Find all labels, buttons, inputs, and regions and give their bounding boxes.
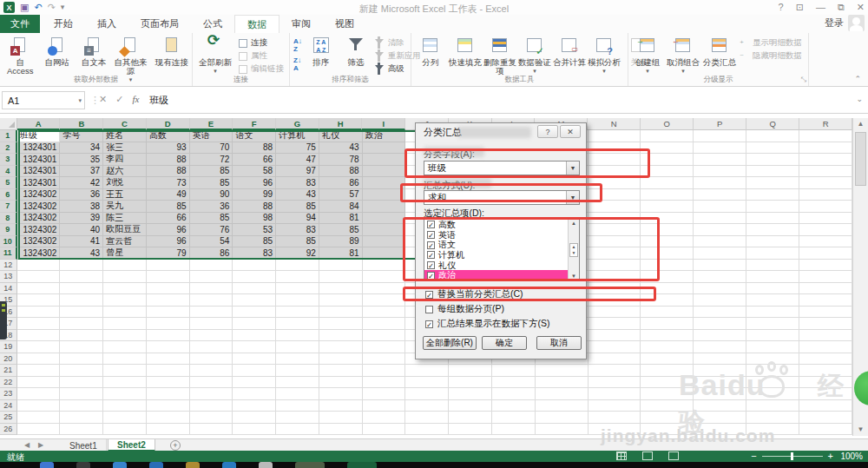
cell-G2[interactable]: 75: [276, 142, 319, 155]
cell-F2[interactable]: 88: [233, 142, 276, 155]
tab-view[interactable]: 视图: [323, 15, 366, 33]
cell-N24[interactable]: [589, 400, 641, 412]
cell-R10[interactable]: [799, 236, 852, 248]
cell-A26[interactable]: [17, 424, 61, 436]
cell-C12[interactable]: [103, 260, 147, 272]
tab-review[interactable]: 审阅: [279, 15, 323, 33]
cell-D17[interactable]: [147, 318, 190, 330]
tab-data[interactable]: 数据: [234, 15, 279, 33]
restore-icon[interactable]: ⧉: [838, 2, 845, 13]
cell-E6[interactable]: 90: [190, 189, 233, 201]
cell-F10[interactable]: 85: [233, 236, 276, 248]
row-header-3[interactable]: 3: [0, 154, 17, 166]
taskbar-app-icon[interactable]: [222, 462, 236, 468]
cell-P18[interactable]: [694, 330, 746, 342]
cell-G6[interactable]: 43: [276, 189, 319, 201]
list-scroll-up-icon[interactable]: ▲: [569, 221, 579, 226]
cell-H17[interactable]: [319, 318, 363, 330]
cell-R9[interactable]: [799, 224, 852, 236]
cell-B16[interactable]: [60, 307, 103, 319]
cell-P1[interactable]: [694, 130, 746, 142]
cell-R13[interactable]: [799, 271, 852, 283]
cell-N11[interactable]: [589, 247, 641, 260]
cell-H19[interactable]: [319, 341, 363, 353]
cell-B25[interactable]: [60, 412, 103, 424]
cell-G18[interactable]: [276, 330, 319, 342]
cell-B20[interactable]: [60, 353, 103, 366]
cell-E24[interactable]: [190, 400, 233, 412]
cell-O11[interactable]: [641, 247, 694, 260]
cell-I6[interactable]: [363, 189, 406, 201]
cell-D1[interactable]: 高数: [147, 130, 190, 142]
group-button[interactable]: → 创建组▾: [630, 35, 665, 76]
cell-N12[interactable]: [589, 260, 641, 272]
cell-C8[interactable]: 陈三: [103, 213, 147, 225]
cell-A24[interactable]: [17, 400, 61, 412]
cell-O20[interactable]: [641, 353, 694, 366]
cell-E20[interactable]: [190, 353, 233, 366]
sheet-nav-left-icon[interactable]: ◀: [24, 441, 30, 449]
cell-O6[interactable]: [641, 189, 694, 201]
cell-L24[interactable]: [492, 400, 536, 412]
cell-E19[interactable]: [190, 341, 233, 353]
taskbar-app-icon[interactable]: [149, 462, 163, 468]
cell-O10[interactable]: [641, 236, 694, 248]
delete-all-button[interactable]: 全部删除(R): [423, 336, 477, 350]
cell-I23[interactable]: [363, 388, 406, 400]
cell-H5[interactable]: 86: [319, 177, 363, 189]
cell-I24[interactable]: [363, 400, 406, 412]
cell-R19[interactable]: [799, 341, 852, 353]
cell-H26[interactable]: [319, 424, 363, 436]
cell-Q17[interactable]: [746, 318, 799, 330]
cell-K25[interactable]: [449, 412, 492, 424]
cell-H18[interactable]: [319, 330, 363, 342]
row-header-24[interactable]: 24: [0, 400, 17, 412]
cell-R11[interactable]: [799, 247, 852, 260]
cell-C3[interactable]: 李四: [103, 154, 147, 166]
cell-G19[interactable]: [276, 341, 319, 353]
cell-I1[interactable]: 政治: [363, 130, 406, 142]
cell-G21[interactable]: [276, 365, 319, 377]
cell-J26[interactable]: [405, 424, 449, 436]
cell-B2[interactable]: 34: [60, 142, 103, 155]
cell-A14[interactable]: [17, 283, 61, 295]
cell-Q19[interactable]: [746, 341, 799, 353]
cell-D14[interactable]: [147, 283, 190, 295]
tab-file[interactable]: 文件: [0, 15, 40, 33]
cell-L26[interactable]: [492, 424, 536, 436]
cell-G14[interactable]: [276, 283, 319, 295]
cell-E11[interactable]: 86: [190, 247, 233, 260]
cell-C17[interactable]: [103, 318, 147, 330]
cell-H1[interactable]: 礼仪: [319, 130, 363, 142]
cell-E22[interactable]: [190, 377, 233, 389]
flash-fill-button[interactable]: 快速填充: [448, 35, 483, 76]
cell-H16[interactable]: [319, 307, 363, 319]
cell-A5[interactable]: 1324301: [17, 177, 61, 189]
cell-H6[interactable]: 57: [319, 189, 363, 201]
cell-C20[interactable]: [103, 353, 147, 366]
cell-K22[interactable]: [449, 377, 492, 389]
cell-Q6[interactable]: [746, 189, 799, 201]
cell-N25[interactable]: [589, 412, 641, 424]
cell-P2[interactable]: [694, 142, 746, 155]
cell-L22[interactable]: [492, 377, 536, 389]
sheet-tab-sheet2[interactable]: Sheet2: [108, 439, 155, 452]
tab-insert[interactable]: 插入: [85, 15, 128, 33]
cell-N1[interactable]: [589, 130, 641, 142]
cell-D21[interactable]: [147, 365, 190, 377]
cell-F5[interactable]: 96: [233, 177, 276, 189]
cell-H25[interactable]: [319, 412, 363, 424]
cell-D13[interactable]: [147, 271, 190, 283]
show-detail-button[interactable]: ⁺显示明细数据: [740, 37, 802, 49]
checkbox-checked-icon[interactable]: ✓: [427, 241, 435, 249]
cell-Q15[interactable]: [746, 294, 799, 307]
cell-O5[interactable]: [641, 177, 694, 189]
column-header-N[interactable]: N: [588, 118, 641, 130]
cell-Q16[interactable]: [746, 307, 799, 319]
cell-F3[interactable]: 66: [233, 154, 276, 166]
cell-A17[interactable]: [17, 318, 61, 330]
cell-O16[interactable]: [641, 307, 694, 319]
cell-I9[interactable]: [363, 224, 406, 236]
cell-N18[interactable]: [589, 330, 641, 342]
cell-H14[interactable]: [319, 283, 363, 295]
